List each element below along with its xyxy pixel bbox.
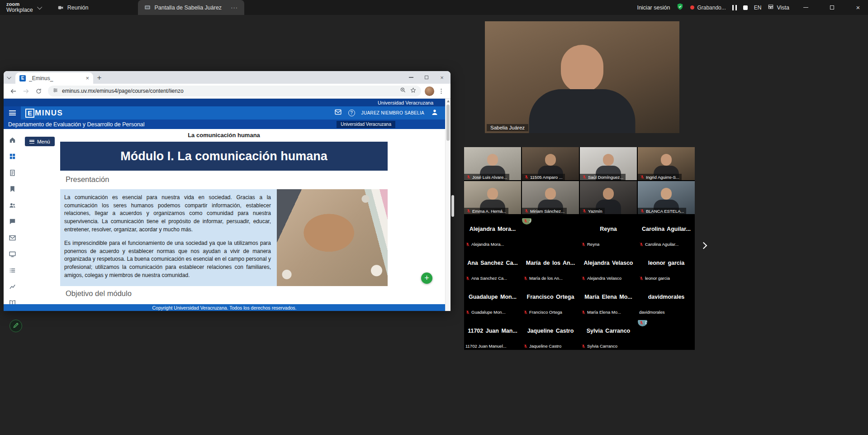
back-icon[interactable] [7, 85, 19, 97]
participant-display-name: Francisco Ortega [524, 294, 577, 300]
mic-off-icon [465, 310, 470, 315]
participant-name-label: Alejandra Velasco [581, 276, 621, 281]
mic-off-icon [523, 310, 528, 315]
hamburger-icon [9, 110, 16, 115]
zoom-logo[interactable]: zoom Workplace [6, 2, 33, 13]
participant-tile[interactable]: Saúl Domínguez... [580, 147, 637, 180]
people-icon[interactable] [4, 197, 21, 213]
annotate-button[interactable] [9, 320, 22, 332]
page-scrollbar[interactable] [445, 99, 451, 311]
site-info-icon[interactable] [52, 87, 58, 95]
view-button[interactable]: Vista [768, 4, 789, 11]
chat-icon[interactable] [4, 213, 21, 229]
participant-tile[interactable]: Jaqueline CastroJaqueline Castro [522, 317, 579, 350]
zoom-app-window: zoom Workplace Reunión Pantalla de Sabel… [0, 0, 868, 435]
participant-name-label: Carolina Aguilar... [639, 242, 678, 247]
browser-tab[interactable]: E _Eminus_ × [15, 72, 93, 84]
security-shield-icon[interactable] [676, 3, 684, 12]
screen-share-icon [144, 5, 151, 11]
next-page-chevron[interactable] [698, 240, 709, 251]
browser-menu-icon[interactable] [435, 85, 447, 97]
forward-icon[interactable] [20, 85, 32, 97]
university-name: Universidad Veracruzana [378, 100, 433, 105]
mic-off-icon [639, 320, 644, 325]
help-icon[interactable]: ? [348, 110, 355, 116]
stop-icon [743, 5, 748, 10]
url-text[interactable]: eminus.uv.mx/eminus4/page/course/content… [62, 88, 396, 94]
tasks-icon[interactable] [4, 164, 21, 181]
mail-icon[interactable] [4, 229, 21, 246]
participant-tile[interactable]: Carolina Aguilar...Carolina Aguilar... [638, 215, 695, 248]
zoom-page-icon[interactable] [400, 87, 406, 95]
browser-profile-avatar[interactable] [425, 86, 434, 96]
bookmark-icon[interactable] [4, 181, 21, 197]
participant-tile[interactable]: María Elena Mo...María Elena Mo... [580, 283, 637, 316]
add-button[interactable]: + [421, 272, 432, 284]
tab-more-icon[interactable]: ··· [231, 4, 238, 11]
participant-tile[interactable]: BLANCA ESTELA... [638, 181, 695, 214]
maximize-button[interactable] [822, 0, 842, 15]
participant-tile[interactable]: Sylvia CarrancoSylvia Carranco [580, 317, 637, 350]
menu-button[interactable]: Menú [25, 137, 55, 146]
speaker-video-tile[interactable]: Sabelia Juárez [485, 21, 679, 133]
eminus-logo[interactable]: E MINUS [25, 109, 63, 118]
language-indicator[interactable]: EN [754, 5, 762, 11]
tab-close-icon[interactable]: × [85, 75, 89, 81]
participant-name-label: Sylvia Carranco [581, 344, 617, 349]
mail-icon[interactable] [334, 108, 342, 118]
participant-tile[interactable]: ReynaReyna [580, 215, 637, 248]
address-bar[interactable]: eminus.uv.mx/eminus4/page/course/content… [48, 86, 421, 96]
participant-display-name: Reyna [582, 226, 635, 232]
participant-display-name: Ana Sanchez Ca... [466, 260, 519, 266]
participant-tile[interactable]: Emma A. Herná... [464, 181, 521, 214]
participant-tile[interactable]: María de los An...María de los An... [522, 249, 579, 282]
apps-icon[interactable] [4, 148, 21, 164]
participant-tile[interactable]: leonor garcialeonor garcia [638, 249, 695, 282]
tab-meeting[interactable]: Reunión [51, 0, 95, 15]
participant-tile[interactable]: Francisco OrtegaFrancisco Ortega [522, 283, 579, 316]
participant-tile[interactable]: Daramasi Gonz... [638, 317, 647, 326]
participant-tile[interactable]: Yazmín [580, 181, 637, 214]
participant-tile[interactable]: Janil Lozano [522, 215, 531, 225]
department-bar: Departamento de Evaluación y Desarrollo … [4, 120, 445, 129]
new-tab-button[interactable]: + [93, 72, 105, 84]
home-icon[interactable] [4, 132, 21, 148]
cast-icon[interactable] [4, 246, 21, 262]
participant-tile[interactable]: 11505 Amparo ... [522, 147, 579, 180]
participant-tile[interactable]: Alejandra VelascoAlejandra Velasco [580, 249, 637, 282]
stats-icon[interactable] [4, 278, 21, 295]
participant-tile[interactable]: Ingrid Aguirre-S... [638, 147, 695, 180]
participant-name-label: Ana Sanchez Ca... [465, 276, 507, 281]
chevron-down-icon[interactable] [37, 4, 42, 9]
scrollbar-thumb[interactable] [446, 105, 450, 141]
bookmark-star-icon[interactable] [410, 87, 417, 96]
participant-tile[interactable]: Miriam Sánchez... [522, 181, 579, 214]
participant-tile[interactable]: davidmoralesdavidmorales [638, 283, 695, 316]
participant-tile[interactable]: Alejandra Mora...Alejandra Mora... [464, 215, 521, 248]
close-button[interactable]: × [848, 0, 868, 15]
eminus-page: Universidad Veracruzana E MINUS ? JUAREZ… [4, 99, 445, 311]
account-icon[interactable] [431, 108, 439, 118]
reload-icon[interactable] [33, 85, 44, 97]
participant-tile[interactable]: Ana Sanchez Ca...Ana Sanchez Ca... [464, 249, 521, 282]
browser-minimize-button[interactable] [403, 71, 419, 84]
participant-tile[interactable]: José Luis Alvare... [464, 147, 521, 180]
pause-recording-button[interactable] [732, 5, 737, 10]
minimize-button[interactable] [796, 0, 816, 15]
panel-resize-handle[interactable] [451, 195, 454, 217]
eminus-menu-toggle[interactable] [4, 106, 21, 120]
tab-search-chevron-icon[interactable] [4, 71, 15, 84]
tab-shared-screen[interactable]: Pantalla de Sabelia Juárez ··· [138, 0, 244, 15]
presentation-photo [277, 189, 388, 286]
sign-in-button[interactable]: Iniciar sesión [637, 5, 670, 11]
browser-maximize-button[interactable] [419, 71, 434, 84]
participant-tile[interactable]: 11702 Juan Man...11702 Juan Manuel... [464, 317, 521, 350]
list-icon[interactable] [4, 262, 21, 278]
participant-display-name: María Elena Mo... [582, 294, 635, 300]
logged-in-user[interactable]: JUAREZ NIEMBRO SABELIA [361, 110, 424, 115]
eminus-body: Menú La comunicación humana Módulo I. La… [4, 129, 445, 311]
stop-recording-button[interactable] [743, 5, 748, 10]
scroll-up-icon[interactable] [447, 100, 450, 102]
browser-close-button[interactable]: × [434, 71, 450, 84]
participant-tile[interactable]: Guadalupe Mon...Guadalupe Mon... [464, 283, 521, 316]
